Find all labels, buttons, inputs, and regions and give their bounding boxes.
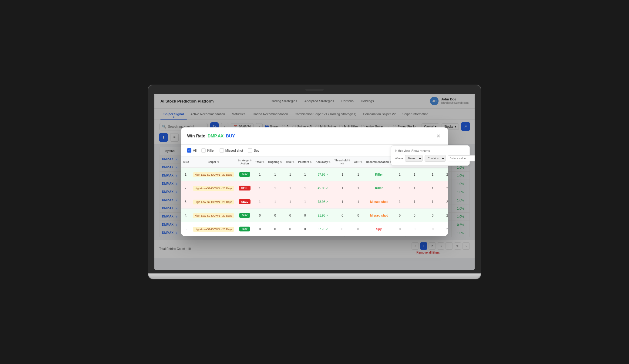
modal-cell-atr: 1 [352, 168, 364, 181]
modal-cell-recommendation: Killer [364, 181, 394, 195]
modal-col-strategy: Strategy ⇅Action [236, 157, 254, 168]
modal-cell-accuracy: 78.98 ✓ [314, 195, 332, 209]
filter-all[interactable]: All [187, 148, 197, 153]
modal-cell-sno: 1. [181, 168, 191, 181]
modal-cell-accuracy: 45.98 ✓ [314, 181, 332, 195]
modal-cell-maturity: 22/02/2024 [442, 195, 448, 209]
modal-cell-average: 1 [406, 181, 423, 195]
modal-cell-ongoing: 0 [266, 222, 284, 236]
filter-value-input[interactable] [448, 155, 475, 161]
modal-cell-risk: 1 [394, 195, 406, 209]
filter-popup-title: In this view, Show records [395, 149, 466, 153]
modal-table-row: 3. High-Low-S2-DOWN - 20 Days SELL 1 1 1… [181, 195, 448, 209]
modal-cell-maturity: 22/02/2024 [442, 168, 448, 181]
modal-cell-pointers: 1 [296, 168, 314, 181]
modal-cell-maximum: 0 [423, 209, 442, 222]
modal-cell-true: 1 [284, 168, 296, 181]
modal-cell-sniper: High-Low-S2-DOWN - 20 Days [191, 209, 236, 222]
modal-col-threshold: Threshold ⇅Hit [332, 157, 352, 168]
modal-cell-action: SELL [236, 195, 254, 209]
modal-cell-maximum: 1 [423, 181, 442, 195]
modal-cell-true: 1 [284, 195, 296, 209]
modal-col-sno: S.No [181, 157, 191, 168]
overlay-backdrop[interactable]: In this view, Show records Where Name Co… [154, 94, 475, 270]
modal-table-row: 2. High-Low-S2-DOWN - 20 Days SELL 1 1 1… [181, 181, 448, 195]
modal-close-button[interactable]: ✕ [435, 132, 442, 140]
modal-cell-pointers: 1 [296, 181, 314, 195]
modal-cell-recommendation: Missed shot [364, 195, 394, 209]
filter-where-label: Where [395, 157, 403, 160]
modal-cell-sniper: High-Low-S2-DOWN - 20 Days [191, 181, 236, 195]
modal-col-total: Total ⇅ [254, 157, 266, 168]
modal-cell-atr: 1 [352, 181, 364, 195]
modal-cell-ongoing: 1 [266, 195, 284, 209]
modal-cell-atr: 0 [352, 222, 364, 236]
modal-col-accuracy: Accuracy ⇅ [314, 157, 332, 168]
modal-col-pointers: Pointers ⇅ [296, 157, 314, 168]
modal-cell-average: 1 [406, 195, 423, 209]
modal-header: Win Rate DMP.AX BUY ✕ [181, 127, 448, 145]
checkbox-all [187, 148, 191, 153]
modal-table-row: 1. High-Low-S2-DOWN - 20 Days BUY 1 1 1 … [181, 168, 448, 181]
modal-cell-action: BUY [236, 209, 254, 222]
modal-cell-action: BUY [236, 168, 254, 181]
modal-cell-atr: 1 [352, 195, 364, 209]
modal-cell-maturity: 22/02/2024 [442, 222, 448, 236]
filter-spy[interactable]: Spy [248, 148, 259, 153]
modal-cell-total: 0 [254, 209, 266, 222]
modal-table-row: 4. High-Low-S2-DOWN - 20 Days BUY 0 0 0 … [181, 209, 448, 222]
modal-cell-maximum: 1 [423, 168, 442, 181]
modal-cell-maximum: 1 [423, 195, 442, 209]
modal-cell-threshold: 1 [332, 168, 352, 181]
modal-col-atr: ATR ⇅ [352, 157, 364, 168]
modal-cell-sniper: High-Low-S2-DOWN - 20 Days [191, 168, 236, 181]
modal-cell-threshold: 1 [332, 195, 352, 209]
modal-table-scroll: S.No Sniper ⇅ Strategy ⇅Action Total ⇅ O… [181, 157, 448, 236]
modal-cell-maximum: 0 [423, 222, 442, 236]
filter-condition-select[interactable]: Contains [425, 155, 446, 162]
modal-col-ongoing: Ongoing ⇅ [266, 157, 284, 168]
modal-ticker: DMP.AX [208, 133, 224, 138]
checkbox-missed-shot [220, 148, 224, 153]
modal-cell-pointers: 0 [296, 222, 314, 236]
filter-missed-shot-label: Missed shot [225, 149, 243, 152]
modal-cell-true: 0 [284, 222, 296, 236]
modal-cell-true: 0 [284, 209, 296, 222]
modal-cell-action: SELL [236, 181, 254, 195]
modal-action: BUY [226, 133, 235, 138]
modal-cell-pointers: 1 [296, 195, 314, 209]
modal-cell-true: 1 [284, 181, 296, 195]
modal-cell-risk: 1 [394, 168, 406, 181]
modal-cell-atr: 0 [352, 209, 364, 222]
filter-field-select[interactable]: Name [405, 155, 423, 162]
modal-cell-total: 1 [254, 168, 266, 181]
modal-table: S.No Sniper ⇅ Strategy ⇅Action Total ⇅ O… [181, 157, 448, 236]
modal-cell-threshold: 0 [332, 209, 352, 222]
modal-cell-threshold: 0 [332, 222, 352, 236]
checkbox-killer [201, 148, 206, 153]
modal-cell-average: 1 [406, 168, 423, 181]
modal-col-true: True ⇅ [284, 157, 296, 168]
modal-cell-total: 1 [254, 195, 266, 209]
filter-popup: In this view, Show records Where Name Co… [391, 145, 470, 166]
modal-cell-recommendation: Spy [364, 222, 394, 236]
filter-killer[interactable]: Killer [201, 148, 214, 153]
checkbox-spy [248, 148, 252, 153]
modal-cell-risk: 0 [394, 222, 406, 236]
modal-cell-threshold: 1 [332, 181, 352, 195]
modal-cell-accuracy: 21.98 ✓ [314, 209, 332, 222]
modal-cell-sno: 3. [181, 195, 191, 209]
win-rate-modal: Win Rate DMP.AX BUY ✕ All [181, 127, 448, 236]
modal-cell-sniper: High-Low-S2-DOWN - 20 Days [191, 195, 236, 209]
modal-table-row: 5. High-Low-S2-DOWN - 20 Days BUY 0 0 0 … [181, 222, 448, 236]
modal-col-sniper: Sniper ⇅ [191, 157, 236, 168]
filter-missed-shot[interactable]: Missed shot [220, 148, 243, 153]
modal-cell-total: 0 [254, 222, 266, 236]
modal-cell-accuracy: 67.98 ✓ [314, 168, 332, 181]
modal-cell-sno: 4. [181, 209, 191, 222]
modal-cell-recommendation: Missed shot [364, 209, 394, 222]
modal-cell-sno: 5. [181, 222, 191, 236]
modal-cell-action: BUY [236, 222, 254, 236]
modal-cell-maturity: 22/02/2024 [442, 181, 448, 195]
modal-cell-sniper: High-Low-S2-DOWN - 20 Days [191, 222, 236, 236]
